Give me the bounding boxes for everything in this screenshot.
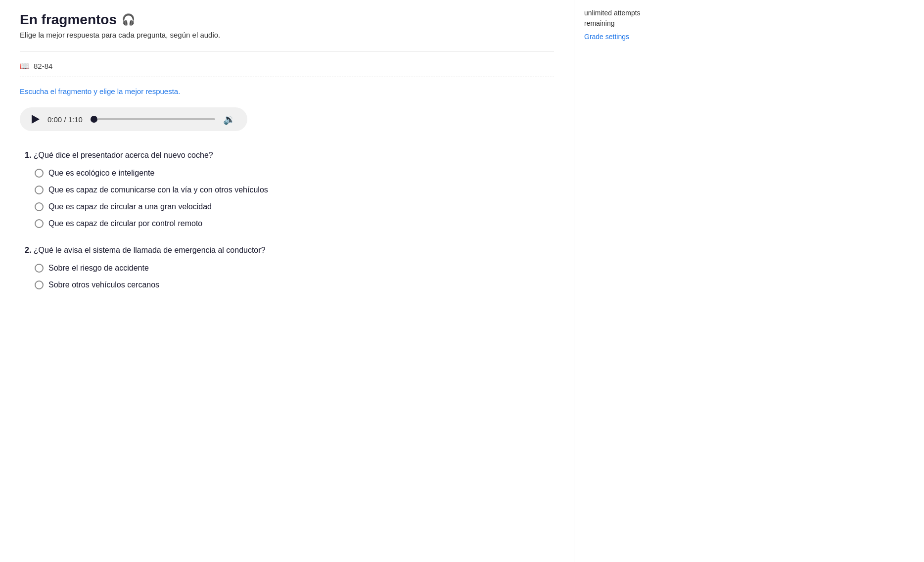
grade-settings-link[interactable]: Grade settings xyxy=(584,33,629,41)
attempts-line1: unlimited attempts xyxy=(584,9,641,17)
play-icon xyxy=(32,115,40,124)
play-button[interactable] xyxy=(32,115,40,124)
question-2-option-2[interactable]: Sobre otros vehículos cercanos xyxy=(35,281,554,289)
main-content: En fragmentos 🎧 Elige la mejor respuesta… xyxy=(0,0,574,562)
progress-track xyxy=(97,118,215,120)
headphones-icon: 🎧 xyxy=(122,13,135,26)
question-2-block: 2. ¿Qué le avisa el sistema de llamada d… xyxy=(25,246,554,289)
question-1-option-2[interactable]: Que es capaz de comunicarse con la vía y… xyxy=(35,186,554,194)
progress-bar-container[interactable] xyxy=(91,116,215,123)
question-1-body: ¿Qué dice el presentador acerca del nuev… xyxy=(34,151,213,159)
q1-option-3-label: Que es capaz de circular a una gran velo… xyxy=(48,202,212,211)
time-separator: / xyxy=(64,115,68,124)
q1-option-1-label: Que es ecológico e inteligente xyxy=(48,169,154,178)
section-pages: 82-84 xyxy=(34,62,52,70)
radio-q1-4[interactable] xyxy=(35,219,44,228)
attempts-text: unlimited attempts remaining xyxy=(584,8,673,29)
question-2-option-1[interactable]: Sobre el riesgo de accidente xyxy=(35,264,554,273)
q2-option-1-label: Sobre el riesgo de accidente xyxy=(48,264,149,273)
book-icon: 📖 xyxy=(20,61,30,71)
current-time: 0:00 xyxy=(47,115,62,124)
total-time: 1:10 xyxy=(68,115,83,124)
radio-q2-2[interactable] xyxy=(35,281,44,289)
dashed-divider xyxy=(20,77,554,77)
page-title-text: En fragmentos xyxy=(20,12,117,28)
q2-option-2-label: Sobre otros vehículos cercanos xyxy=(48,281,159,289)
radio-q1-1[interactable] xyxy=(35,169,44,178)
question-1-option-1[interactable]: Que es ecológico e inteligente xyxy=(35,169,554,178)
listen-instruction: Escucha el fragmento y elige la mejor re… xyxy=(20,87,554,95)
question-1-number: 1. xyxy=(25,151,31,159)
question-1-option-3[interactable]: Que es capaz de circular a una gran velo… xyxy=(35,202,554,211)
audio-time: 0:00 / 1:10 xyxy=(47,115,83,124)
question-1-text: 1. ¿Qué dice el presentador acerca del n… xyxy=(25,151,554,160)
page-header: En fragmentos 🎧 xyxy=(20,12,554,28)
progress-dot xyxy=(91,116,97,123)
section-label: 📖 82-84 xyxy=(20,61,554,71)
radio-q2-1[interactable] xyxy=(35,264,44,273)
radio-q1-3[interactable] xyxy=(35,202,44,211)
page-container: En fragmentos 🎧 Elige la mejor respuesta… xyxy=(0,0,924,562)
attempts-line2: remaining xyxy=(584,19,614,27)
radio-q1-2[interactable] xyxy=(35,186,44,194)
questions-section: 1. ¿Qué dice el presentador acerca del n… xyxy=(20,151,554,289)
volume-icon[interactable]: 🔉 xyxy=(223,113,235,125)
sidebar: unlimited attempts remaining Grade setti… xyxy=(574,0,683,562)
question-1-block: 1. ¿Qué dice el presentador acerca del n… xyxy=(25,151,554,228)
question-1-options: Que es ecológico e inteligente Que es ca… xyxy=(25,169,554,228)
question-2-options: Sobre el riesgo de accidente Sobre otros… xyxy=(25,264,554,289)
question-2-number: 2. xyxy=(25,246,31,254)
page-subtitle: Elige la mejor respuesta para cada pregu… xyxy=(20,31,554,39)
question-2-body: ¿Qué le avisa el sistema de llamada de e… xyxy=(34,246,266,254)
question-1-option-4[interactable]: Que es capaz de circular por control rem… xyxy=(35,219,554,228)
q1-option-4-label: Que es capaz de circular por control rem… xyxy=(48,219,202,228)
audio-player: 0:00 / 1:10 🔉 xyxy=(20,107,247,131)
q1-option-2-label: Que es capaz de comunicarse con la vía y… xyxy=(48,186,268,194)
question-2-text: 2. ¿Qué le avisa el sistema de llamada d… xyxy=(25,246,554,255)
top-divider xyxy=(20,51,554,51)
